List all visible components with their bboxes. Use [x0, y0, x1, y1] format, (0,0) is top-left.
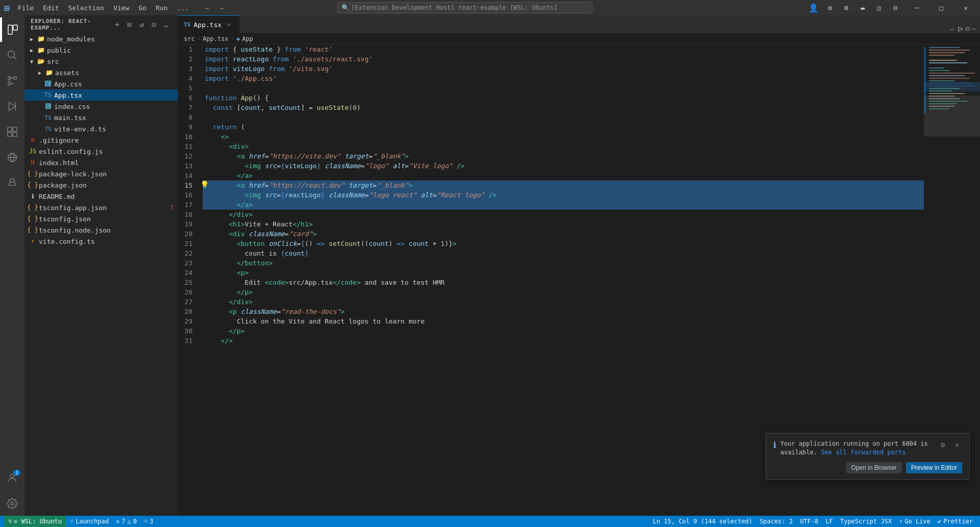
new-folder-button[interactable]: ⊞	[125, 19, 135, 30]
tree-item-package-lock[interactable]: { } package-lock.json	[25, 168, 178, 179]
tree-item-vite-config[interactable]: ⚡ vite.config.ts	[25, 236, 178, 247]
svg-rect-28	[929, 78, 970, 79]
menu-more[interactable]: ...	[173, 3, 193, 13]
activity-remote[interactable]	[0, 145, 25, 170]
accounts-badge: 1	[13, 470, 20, 476]
tree-item-index-html[interactable]: H index.html	[25, 157, 178, 168]
breadcrumb-symbol[interactable]: App	[242, 35, 253, 42]
status-remote[interactable]: ⌥ ⎆ WSL: Ubuntu	[4, 516, 66, 527]
run-button[interactable]: ▷	[958, 24, 963, 33]
layout-icon[interactable]: ⊞	[839, 1, 853, 15]
tree-item-gitignore[interactable]: ⊙ .gitignore	[25, 134, 178, 146]
svg-rect-34	[929, 90, 952, 91]
notification-link[interactable]: See all forwarded ports	[821, 449, 905, 456]
minimize-button[interactable]: ─	[906, 0, 927, 15]
settings-icon[interactable]: ⚙	[823, 1, 837, 15]
line-num-23: 23	[178, 258, 197, 268]
split-right-button[interactable]: ⊟	[965, 25, 969, 33]
status-errors[interactable]: ✕ 7 △ 0	[113, 516, 140, 527]
status-language[interactable]: TypeScript JSX	[837, 516, 895, 527]
activity-source-control[interactable]	[0, 68, 25, 93]
forward-button[interactable]: →	[216, 2, 228, 14]
notification-settings-icon[interactable]: ⚙	[938, 440, 948, 450]
tree-item-src[interactable]: ▼ 📂 src	[25, 56, 178, 67]
activity-extensions[interactable]	[0, 120, 25, 144]
tree-item-app-tsx[interactable]: TS App.tsx	[25, 89, 178, 101]
tree-item-eslint[interactable]: JS eslint.config.js	[25, 146, 178, 157]
line-num-10: 10	[178, 132, 197, 142]
menu-view[interactable]: View	[109, 3, 133, 13]
line-num-5: 5	[178, 83, 197, 93]
tree-item-app-css[interactable]: 🅲 App.css	[25, 78, 178, 89]
activity-explorer[interactable]	[0, 17, 25, 42]
code-line-3: import viteLogo from '/vite.svg'	[203, 64, 924, 74]
collapse-all-button[interactable]: ⊟	[149, 19, 159, 30]
tab-app-tsx[interactable]: TS App.tsx ✕	[178, 15, 240, 33]
activity-settings[interactable]	[0, 491, 25, 516]
status-branch[interactable]: ⑂ Launchpad	[67, 516, 112, 527]
tree-item-tsconfig-app[interactable]: { } tsconfig.app.json 7	[25, 202, 178, 213]
code-line-1: import { useState } from 'react'	[203, 44, 924, 54]
lightbulb-icon[interactable]: 💡	[200, 180, 209, 189]
status-position[interactable]: Ln 15, Col 9 (144 selected)	[650, 516, 755, 527]
warning-icon: △	[127, 518, 131, 525]
breadcrumb-file[interactable]: App.tsx	[203, 35, 229, 42]
svg-point-17	[11, 502, 14, 505]
open-in-browser-button[interactable]: Open in Browser	[846, 462, 902, 473]
more-actions-button[interactable]: …	[161, 19, 172, 30]
tree-item-index-css[interactable]: 🅲 index.css	[25, 101, 178, 112]
status-encoding[interactable]: UTF-8	[797, 516, 821, 527]
line-num-8: 8	[178, 112, 197, 122]
status-spaces[interactable]: Spaces: 2	[756, 516, 796, 527]
tree-item-readme[interactable]: ℹ README.md	[25, 191, 178, 202]
tab-close-button[interactable]: ✕	[225, 20, 233, 29]
file-ts-icon: TS	[44, 125, 52, 133]
title-search-bar[interactable]: 🔍 [Extension Development Host] react-exa…	[337, 2, 592, 13]
activity-accounts[interactable]: 1	[0, 466, 25, 490]
accounts-icon[interactable]: 👤	[806, 1, 821, 15]
tree-item-package-json[interactable]: { } package.json	[25, 179, 178, 191]
sidebar-toggle-icon[interactable]: ◫	[872, 1, 886, 15]
notification-actions: Open in Browser Preview in Editor	[773, 462, 962, 473]
code-editor[interactable]: 1 2 3 4 5 6 7 8 9 10 11 12 13 14 15 16 1…	[178, 44, 980, 516]
port-notification: ℹ Your application running on port 6004 …	[766, 433, 970, 480]
status-ports[interactable]: ⑂ 3	[141, 516, 156, 527]
maximize-button[interactable]: □	[931, 0, 951, 15]
tree-item-tsconfig[interactable]: { } tsconfig.json	[25, 213, 178, 224]
tree-item-vite-env[interactable]: TS vite-env.d.ts	[25, 123, 178, 134]
close-button[interactable]: ✕	[955, 0, 976, 15]
status-golive[interactable]: ⚡ Go Live	[896, 516, 934, 527]
preview-in-editor-button[interactable]: Preview in Editor	[906, 462, 962, 473]
refresh-button[interactable]: ↺	[137, 19, 147, 30]
breadcrumb-src[interactable]: src	[184, 35, 195, 42]
split-editor-icon[interactable]: ⊟	[888, 1, 902, 15]
file-css-icon: 🅲	[44, 102, 52, 110]
more-button[interactable]: ⋯	[972, 25, 976, 33]
tree-item-tsconfig-node[interactable]: { } tsconfig.node.json	[25, 224, 178, 236]
status-prettier[interactable]: ✔ Prettier	[935, 516, 976, 527]
notification-close-button[interactable]: ✕	[952, 440, 962, 450]
menu-go[interactable]: Go	[134, 3, 151, 13]
svg-rect-21	[929, 55, 954, 56]
new-file-button[interactable]: +	[112, 19, 123, 30]
menu-edit[interactable]: Edit	[39, 3, 63, 13]
ports-label: 3	[150, 518, 153, 525]
line-num-7: 7	[178, 103, 197, 112]
tree-item-public[interactable]: ▶ 📁 public	[25, 44, 178, 56]
activity-run[interactable]	[0, 94, 25, 119]
status-eol[interactable]: LF	[823, 516, 836, 527]
code-line-29: Click on the Vite and React logos to lea…	[203, 316, 924, 326]
tree-item-node-modules[interactable]: ▶ 📁 node_modules	[25, 33, 178, 44]
menu-selection[interactable]: Selection	[64, 3, 108, 13]
tree-item-assets[interactable]: ▶ 📁 assets	[25, 67, 178, 78]
tree-item-main-tsx[interactable]: TS main.tsx	[25, 112, 178, 123]
back-button[interactable]: ←	[201, 2, 213, 14]
panel-icon[interactable]: ▬	[855, 1, 870, 15]
activity-testing[interactable]	[0, 171, 25, 195]
menu-file[interactable]: File	[14, 3, 38, 13]
code-line-24: <p>	[203, 268, 924, 278]
activity-search[interactable]	[0, 43, 25, 67]
menu-run[interactable]: Run	[152, 3, 172, 13]
split-editor-button[interactable]: ⋯	[950, 25, 954, 33]
svg-rect-11	[8, 132, 12, 136]
